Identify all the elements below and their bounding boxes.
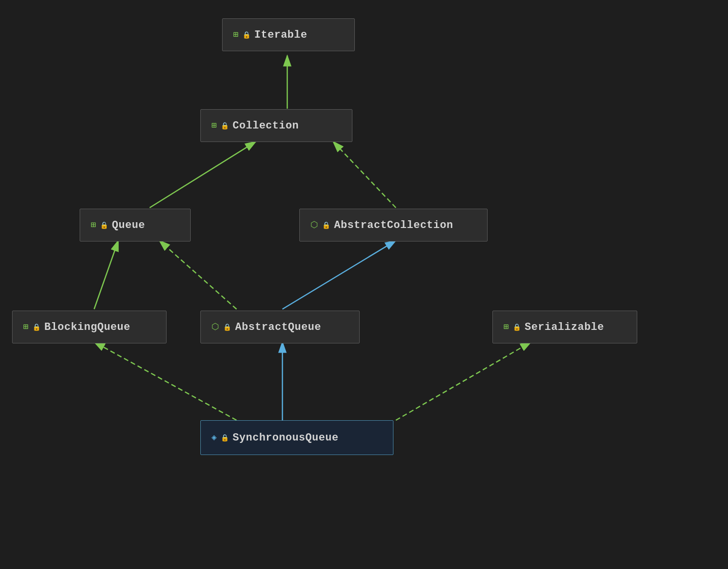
synchronousqueue-label: SynchronousQueue <box>233 432 338 444</box>
node-abstract-queue[interactable]: ⬡ 🔒 AbstractQueue <box>200 311 360 343</box>
node-serializable[interactable]: ⊞ 🔒 Serializable <box>492 311 637 343</box>
node-blocking-queue[interactable]: ⊞ 🔒 BlockingQueue <box>12 311 167 343</box>
grid-icon-blockingqueue: ⊞ <box>23 323 28 331</box>
svg-line-6 <box>94 241 118 309</box>
lock-icon-serializable: 🔒 <box>513 323 521 331</box>
lock-icon-iterable: 🔒 <box>242 31 251 39</box>
collection-label: Collection <box>233 120 299 132</box>
node-abstract-collection[interactable]: ⬡ 🔒 AbstractCollection <box>299 209 488 242</box>
svg-line-5 <box>333 142 396 208</box>
lock-icon-abstractqueue: 🔒 <box>223 323 231 331</box>
hexagon-icon-abstractqueue: ⬡ <box>211 323 219 331</box>
abstractqueue-label: AbstractQueue <box>235 321 321 333</box>
cube-icon-synchronousqueue: ◈ <box>211 433 217 442</box>
lock-icon-abstractcollection: 🔒 <box>322 221 330 229</box>
grid-icon-iterable: ⊞ <box>233 30 238 39</box>
svg-line-7 <box>159 241 237 309</box>
connections-svg <box>0 0 728 569</box>
node-synchronous-queue[interactable]: ◈ 🔒 SynchronousQueue <box>200 420 393 455</box>
node-queue[interactable]: ⊞ 🔒 Queue <box>80 209 191 242</box>
svg-line-4 <box>150 142 256 208</box>
grid-icon-queue: ⊞ <box>91 221 96 229</box>
lock-icon-queue: 🔒 <box>100 221 108 229</box>
serializable-label: Serializable <box>525 321 604 333</box>
iterable-label: Iterable <box>254 29 308 41</box>
lock-icon-collection: 🔒 <box>221 122 229 130</box>
svg-line-9 <box>94 342 237 420</box>
lock-icon-synchronousqueue: 🔒 <box>221 434 229 442</box>
svg-line-8 <box>282 241 396 309</box>
grid-icon-collection: ⊞ <box>211 121 217 130</box>
queue-label: Queue <box>112 219 145 231</box>
node-iterable[interactable]: ⊞ 🔒 Iterable <box>222 18 355 51</box>
abstractcollection-label: AbstractCollection <box>334 219 453 231</box>
lock-icon-blockingqueue: 🔒 <box>32 323 41 331</box>
node-collection[interactable]: ⊞ 🔒 Collection <box>200 109 352 142</box>
hexagon-icon-abstractcollection: ⬡ <box>310 221 318 229</box>
diagram-container: ⊞ 🔒 Iterable ⊞ 🔒 Collection ⊞ 🔒 Queue ⬡ … <box>0 0 728 569</box>
grid-icon-serializable: ⊞ <box>504 323 509 331</box>
svg-line-11 <box>396 342 531 420</box>
blockingqueue-label: BlockingQueue <box>44 321 130 333</box>
